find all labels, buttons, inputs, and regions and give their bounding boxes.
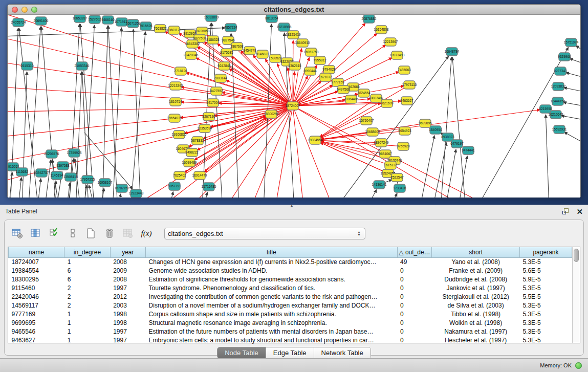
network-canvas[interactable]: 1872400718601123891295518226058982750816… — [8, 15, 580, 198]
graph-node[interactable]: 17973115 — [402, 81, 417, 89]
graph-node[interactable]: 9227343 — [554, 67, 567, 75]
graph-node[interactable]: 12213967 — [383, 38, 398, 46]
graph-node[interactable]: 1840954 — [429, 126, 442, 134]
network-view-window[interactable]: citations_edges.txt 18724007186011238912… — [7, 4, 581, 197]
graph-node[interactable]: 16782753 — [115, 184, 129, 192]
graph-node[interactable]: 1621072 — [319, 73, 332, 81]
graph-node[interactable]: 19654933 — [167, 114, 182, 122]
tab-edge-table[interactable]: Edge Table — [266, 347, 314, 358]
graph-node[interactable]: 1810754 — [169, 98, 182, 106]
new-column-button[interactable] — [84, 227, 98, 240]
graph-node[interactable]: 12353594 — [198, 124, 212, 133]
network-canvas-container[interactable]: 1872400718601123891295518226058982750816… — [8, 15, 580, 198]
table-row[interactable]: 1456911722003Disruption of a novel membe… — [9, 301, 572, 310]
graph-node[interactable]: 22420046 — [184, 51, 199, 59]
table-mode-button[interactable] — [11, 227, 24, 240]
graph-node[interactable]: 1362615 — [288, 62, 301, 70]
graph-node[interactable]: 16543382 — [185, 40, 200, 48]
graph-node[interactable]: 1588520 — [269, 54, 282, 62]
table-scrollbar-thumb[interactable] — [574, 249, 579, 262]
graph-node[interactable]: 7857224 — [224, 24, 237, 32]
table-row[interactable]: 2242004622012Investigating the contribut… — [9, 292, 572, 301]
graph-node[interactable]: 16154808 — [374, 26, 389, 34]
table-row[interactable]: 1830029562008Estimation of significance … — [9, 275, 572, 283]
graph-node[interactable]: 18325419 — [286, 31, 301, 39]
graph-node[interactable]: 18907249 — [374, 139, 389, 147]
graph-node[interactable]: 18300295 — [264, 110, 279, 118]
graph-node[interactable]: 9463627 — [400, 97, 413, 105]
graph-node[interactable]: 20206576 — [45, 150, 59, 158]
graph-node[interactable]: 7663822 — [154, 25, 167, 33]
graph-node[interactable]: 2867608 — [230, 42, 244, 51]
graph-node[interactable]: 16914479 — [192, 171, 207, 180]
graph-node[interactable]: 2803144 — [214, 74, 227, 82]
graph-node[interactable]: 8186328 — [206, 36, 220, 44]
graph-node[interactable]: 9498222 — [185, 148, 199, 157]
network-select[interactable]: citations_edges.txt ▲▼ — [164, 228, 365, 239]
close-window-icon[interactable] — [12, 7, 18, 13]
graph-node[interactable]: 2718126 — [174, 67, 187, 75]
graph-node[interactable]: 18724007 — [286, 102, 300, 110]
graph-node[interactable]: 1527602 — [88, 15, 101, 24]
graph-node[interactable]: 7625402 — [173, 171, 186, 180]
graph-node[interactable]: 17957255 — [80, 176, 95, 184]
graph-node[interactable]: 21053346 — [75, 62, 90, 70]
function-builder-button[interactable]: f(x) — [140, 227, 153, 240]
graph-node[interactable]: 20364486 — [344, 95, 359, 103]
import-table-button[interactable] — [121, 227, 135, 240]
zoom-window-icon[interactable] — [31, 7, 37, 13]
graph-node[interactable]: 15751074 — [564, 38, 579, 47]
tab-node-table[interactable]: Node Table — [217, 347, 266, 358]
graph-node[interactable]: 16033809 — [204, 15, 219, 21]
graph-node[interactable]: 15692931 — [552, 125, 567, 134]
column-header-pagerank[interactable]: pagerank — [519, 247, 572, 257]
column-header-short[interactable]: short — [432, 247, 519, 257]
graph-node[interactable]: 16961758 — [304, 48, 319, 56]
graph-node[interactable]: 20876882 — [362, 15, 377, 23]
graph-node[interactable]: 16648784 — [445, 48, 460, 56]
tab-network-table[interactable]: Network Table — [314, 347, 371, 358]
table-row[interactable]: 1872400712008Changes of HCN gene express… — [9, 257, 572, 266]
graph-node[interactable]: 15720407 — [359, 117, 374, 125]
graph-node[interactable]: 9329966 — [558, 53, 571, 61]
column-chooser-button[interactable] — [29, 227, 42, 240]
graph-node[interactable]: 6479197 — [450, 140, 464, 148]
graph-node[interactable]: 2522547 — [390, 173, 404, 182]
graph-node[interactable]: 19384554 — [308, 136, 323, 144]
graph-node[interactable]: 12093832 — [551, 82, 566, 91]
graph-node[interactable]: 1145194 — [51, 171, 63, 180]
graph-node[interactable]: 10688609 — [365, 128, 380, 136]
graph-node[interactable]: 12923448 — [129, 189, 144, 198]
graph-node[interactable]: 9397588 — [56, 162, 70, 170]
network-window-titlebar[interactable]: citations_edges.txt — [8, 5, 580, 15]
column-header-in_degree[interactable]: in_degree — [64, 247, 110, 257]
graph-node[interactable]: 1615132 — [384, 161, 397, 169]
column-header-name[interactable]: name — [9, 247, 64, 257]
graph-node[interactable]: 5878832 — [191, 137, 204, 145]
minimize-window-icon[interactable] — [21, 7, 28, 13]
graph-node[interactable]: 9417004 — [206, 99, 220, 107]
table-row[interactable]: 946554611997Estimation of the future num… — [9, 327, 572, 336]
select-columns-button[interactable] — [48, 227, 61, 240]
column-header-title[interactable]: title — [146, 247, 397, 257]
graph-node[interactable]: 9175685 — [220, 49, 233, 57]
graph-node[interactable]: 7485063 — [398, 66, 411, 74]
graph-node[interactable]: 8454749 — [243, 47, 256, 55]
graph-node[interactable]: 19218986 — [277, 23, 292, 31]
row-height-button[interactable] — [66, 227, 79, 240]
graph-node[interactable]: 24055724 — [11, 18, 26, 27]
graph-node[interactable]: 9466160 — [101, 16, 115, 24]
table-row[interactable]: 977716911998Corpus callosum shape and si… — [9, 310, 572, 318]
graph-node[interactable]: 6497568 — [337, 85, 350, 94]
graph-node[interactable]: 16210643 — [549, 111, 563, 119]
graph-node[interactable]: 18640910 — [295, 39, 310, 47]
graph-node[interactable]: 13505115 — [63, 173, 78, 181]
graph-node[interactable]: 19166825 — [172, 130, 187, 139]
float-panel-icon[interactable] — [562, 208, 569, 215]
graph-node[interactable]: 7955812 — [313, 56, 326, 64]
graph-node[interactable]: 9474441 — [462, 146, 475, 155]
graph-node[interactable]: 17359928 — [67, 149, 82, 157]
table-row[interactable]: 946362711997Embryonic stem cells: a mode… — [9, 336, 572, 344]
graph-node[interactable]: 9242848 — [217, 62, 231, 70]
graph-node[interactable]: 8427552 — [210, 87, 223, 95]
